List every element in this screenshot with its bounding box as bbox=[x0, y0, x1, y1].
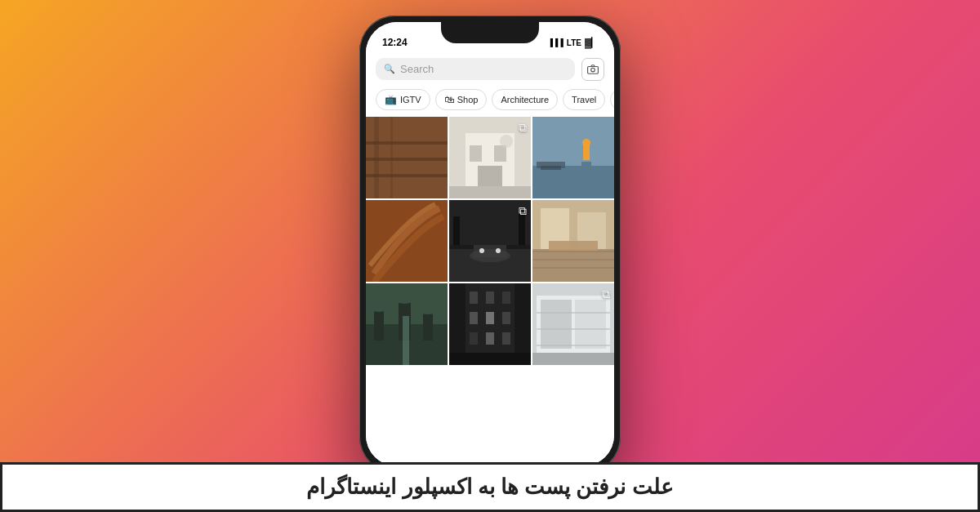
svg-rect-38 bbox=[532, 267, 614, 269]
svg-point-15 bbox=[500, 135, 513, 148]
search-placeholder: Search bbox=[400, 63, 434, 75]
pill-igtv[interactable]: 📺 IGTV bbox=[376, 89, 430, 110]
svg-rect-12 bbox=[478, 166, 502, 186]
grid-cell-1[interactable] bbox=[366, 117, 448, 198]
screen-content: 🔍 Search 📺 IGTV bbox=[366, 51, 614, 466]
svg-rect-24 bbox=[366, 200, 448, 282]
svg-rect-50 bbox=[403, 316, 409, 365]
svg-rect-67 bbox=[537, 312, 610, 314]
grid-cell-3[interactable] bbox=[532, 117, 614, 198]
search-bar: 🔍 Search bbox=[366, 51, 614, 86]
svg-rect-20 bbox=[583, 145, 590, 160]
lte-label: LTE bbox=[567, 38, 581, 47]
svg-rect-54 bbox=[486, 292, 494, 304]
svg-point-49 bbox=[413, 293, 443, 314]
svg-rect-70 bbox=[532, 353, 614, 365]
svg-rect-10 bbox=[470, 145, 482, 162]
svg-point-21 bbox=[582, 139, 590, 147]
banner-text: علت نرفتن پست ها به اکسپلور اینستاگرام bbox=[306, 474, 673, 499]
svg-rect-19 bbox=[541, 166, 561, 170]
pill-architecture-label: Architecture bbox=[501, 95, 549, 105]
search-input[interactable]: 🔍 Search bbox=[376, 58, 575, 80]
battery-icon: ▓▏ bbox=[585, 38, 598, 48]
svg-rect-11 bbox=[494, 145, 506, 162]
category-pills: 📺 IGTV 🛍 Shop Architecture Travel Deco bbox=[366, 86, 614, 117]
signal-icon: ▐▐▐ bbox=[548, 38, 564, 47]
search-icon: 🔍 bbox=[384, 64, 395, 74]
svg-rect-68 bbox=[537, 328, 610, 330]
status-icons: ▐▐▐ LTE ▓▏ bbox=[548, 38, 598, 48]
svg-rect-57 bbox=[486, 312, 494, 324]
svg-point-30 bbox=[496, 248, 501, 253]
svg-rect-22 bbox=[581, 162, 591, 168]
svg-rect-59 bbox=[470, 332, 478, 345]
svg-rect-53 bbox=[470, 292, 478, 304]
svg-rect-60 bbox=[486, 332, 494, 345]
grid-cell-6[interactable] bbox=[532, 200, 614, 282]
svg-rect-7 bbox=[390, 117, 393, 198]
svg-rect-62 bbox=[449, 353, 531, 365]
grid-cell-2[interactable]: ⧉ bbox=[449, 117, 531, 198]
multi-post-icon-5: ⧉ bbox=[519, 204, 527, 218]
svg-point-1 bbox=[591, 68, 595, 72]
grid-cell-4[interactable] bbox=[366, 200, 448, 282]
shop-icon: 🛍 bbox=[444, 94, 454, 105]
phone-mockup: 12:24 ▐▐▐ LTE ▓▏ 🔍 Search bbox=[359, 16, 621, 473]
svg-rect-41 bbox=[549, 241, 598, 251]
grid-cell-9[interactable]: ⧉ bbox=[532, 283, 614, 365]
pill-architecture[interactable]: Architecture bbox=[492, 89, 558, 110]
phone-notch bbox=[441, 22, 539, 43]
svg-rect-6 bbox=[374, 117, 379, 198]
pill-travel[interactable]: Travel bbox=[563, 89, 605, 110]
pill-shop-label: Shop bbox=[457, 95, 479, 105]
photo-grid: ⧉ bbox=[366, 117, 614, 365]
bottom-banner: علت نرفتن پست ها به اکسپلور اینستاگرام bbox=[0, 462, 980, 512]
igtv-icon: 📺 bbox=[385, 94, 397, 105]
svg-rect-17 bbox=[532, 166, 614, 198]
svg-point-28 bbox=[470, 249, 510, 262]
svg-rect-69 bbox=[537, 345, 610, 346]
svg-rect-66 bbox=[575, 300, 606, 349]
svg-rect-36 bbox=[532, 251, 614, 252]
multi-post-icon-9: ⧉ bbox=[602, 287, 610, 301]
svg-rect-56 bbox=[470, 312, 478, 324]
phone-frame: 12:24 ▐▐▐ LTE ▓▏ 🔍 Search bbox=[359, 16, 621, 473]
pill-travel-label: Travel bbox=[572, 95, 596, 105]
svg-rect-61 bbox=[502, 332, 510, 345]
pill-shop[interactable]: 🛍 Shop bbox=[435, 89, 488, 110]
pill-decor[interactable]: Decor bbox=[610, 89, 614, 110]
svg-rect-35 bbox=[532, 249, 614, 282]
status-time: 12:24 bbox=[382, 37, 408, 48]
svg-rect-37 bbox=[532, 259, 614, 260]
svg-point-29 bbox=[479, 248, 484, 253]
svg-rect-16 bbox=[532, 117, 614, 166]
phone-screen: 12:24 ▐▐▐ LTE ▓▏ 🔍 Search bbox=[366, 22, 614, 466]
pill-igtv-label: IGTV bbox=[400, 95, 421, 105]
svg-rect-65 bbox=[541, 300, 572, 349]
svg-rect-14 bbox=[449, 186, 531, 198]
grid-cell-5[interactable]: ⧉ bbox=[449, 200, 531, 282]
svg-rect-58 bbox=[502, 312, 510, 324]
grid-cell-8[interactable] bbox=[449, 283, 531, 365]
grid-cell-7[interactable] bbox=[366, 283, 448, 365]
svg-rect-55 bbox=[502, 292, 510, 304]
camera-button[interactable] bbox=[581, 58, 604, 81]
svg-rect-32 bbox=[453, 216, 460, 245]
multi-post-icon-2: ⧉ bbox=[519, 121, 527, 135]
